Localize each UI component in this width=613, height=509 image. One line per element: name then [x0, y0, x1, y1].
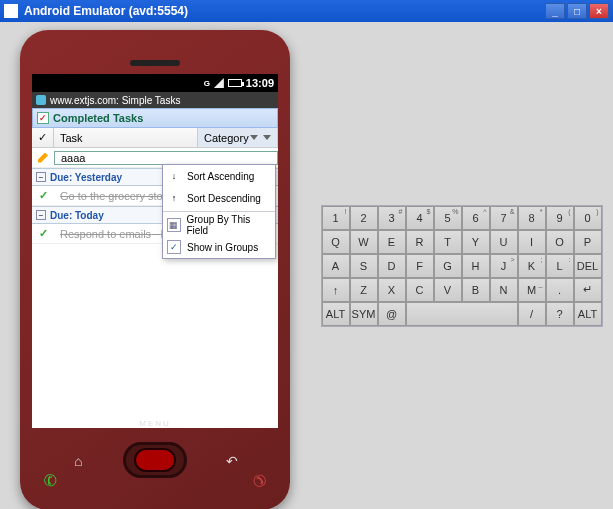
key-↑[interactable]: ↑ [322, 278, 350, 302]
key-.[interactable]: . [546, 278, 574, 302]
key-v[interactable]: V [434, 278, 462, 302]
key-2[interactable]: 2 [350, 206, 378, 230]
sort-ascending-icon [167, 169, 181, 183]
key-7[interactable]: 7& [490, 206, 518, 230]
key-at[interactable]: @ [378, 302, 406, 326]
key-↵[interactable]: ↵ [574, 278, 602, 302]
key-h[interactable]: H [462, 254, 490, 278]
col-header-check[interactable]: ✓ [32, 128, 54, 147]
phone-speaker [130, 60, 180, 66]
key-n[interactable]: N [490, 278, 518, 302]
check-icon: ✓ [39, 189, 48, 202]
key-j[interactable]: J> [490, 254, 518, 278]
favicon-icon [36, 95, 46, 105]
collapse-icon[interactable]: − [36, 210, 46, 220]
key-del[interactable]: DEL [574, 254, 602, 278]
key-i[interactable]: I [518, 230, 546, 254]
key-o[interactable]: O [546, 230, 574, 254]
task-checkbox[interactable]: ✓ [32, 227, 54, 240]
new-task-icon[interactable] [32, 153, 54, 163]
url-text: www.extjs.com: Simple Tasks [50, 95, 180, 106]
key-4[interactable]: 4$ [406, 206, 434, 230]
signal-icon [214, 78, 224, 88]
clock: 13:09 [246, 77, 274, 89]
key-3[interactable]: 3# [378, 206, 406, 230]
call-button[interactable]: ✆ [41, 469, 60, 491]
col-header-category[interactable]: Category [198, 128, 278, 147]
pencil-icon [38, 153, 48, 163]
collapse-icon[interactable]: − [36, 172, 46, 182]
panel-header[interactable]: ✓ Completed Tasks [32, 108, 278, 128]
gprs-icon: G [204, 79, 210, 88]
minimize-button[interactable]: _ [545, 3, 565, 19]
menu-show-groups[interactable]: Show in Groups [163, 236, 275, 258]
chevron-down-icon [250, 135, 258, 140]
menu-key-label: MENU [139, 419, 171, 428]
task-checkbox[interactable]: ✓ [32, 189, 54, 202]
key-f[interactable]: F [406, 254, 434, 278]
close-button[interactable]: × [589, 3, 609, 19]
key-q[interactable]: ? [546, 302, 574, 326]
key-9[interactable]: 9( [546, 206, 574, 230]
menu-label: Sort Ascending [187, 171, 254, 182]
key-6[interactable]: 6^ [462, 206, 490, 230]
menu-label: Show in Groups [187, 242, 258, 253]
key-w[interactable]: W [350, 230, 378, 254]
browser-addressbar[interactable]: www.extjs.com: Simple Tasks [32, 92, 278, 108]
hardware-keyboard: 1!23#4$5%6^7&8*9(0)QWERTYUIOPASDFGHJ>K;L… [321, 205, 603, 327]
key-t[interactable]: T [434, 230, 462, 254]
app-icon [4, 4, 18, 18]
key-d[interactable]: D [378, 254, 406, 278]
end-call-button[interactable]: ✆ [248, 470, 271, 491]
new-task-input[interactable]: aaaa [54, 151, 278, 165]
key-0[interactable]: 0) [574, 206, 602, 230]
key-p[interactable]: P [574, 230, 602, 254]
key-1[interactable]: 1! [322, 206, 350, 230]
key-b[interactable]: B [462, 278, 490, 302]
key-g[interactable]: G [434, 254, 462, 278]
menu-label: Sort Descending [187, 193, 261, 204]
group-icon [167, 218, 181, 232]
key-z[interactable]: Z [350, 278, 378, 302]
checkbox-icon: ✓ [37, 112, 49, 124]
col-header-task[interactable]: Task [54, 128, 198, 147]
key-u[interactable]: U [490, 230, 518, 254]
back-button[interactable]: ↶ [220, 452, 244, 470]
phone-screen: ✓ Completed Tasks ✓ Task Category aaaa [32, 108, 278, 428]
window-titlebar: Android Emulator (avd:5554) _ □ × [0, 0, 613, 22]
android-statusbar: G 13:09 [32, 74, 278, 92]
menu-group-by[interactable]: Group By This Field [163, 214, 275, 236]
maximize-button[interactable]: □ [567, 3, 587, 19]
home-button[interactable]: ⌂ [66, 452, 90, 470]
col-header-category-label: Category [204, 132, 249, 144]
key-x[interactable]: X [378, 278, 406, 302]
key-m[interactable]: M_ [518, 278, 546, 302]
key-e[interactable]: E [378, 230, 406, 254]
key-r[interactable]: R [406, 230, 434, 254]
key-a[interactable]: A [322, 254, 350, 278]
key-l[interactable]: L: [546, 254, 574, 278]
dropdown-trigger-icon[interactable] [263, 135, 271, 140]
key-sym[interactable]: SYM [350, 302, 378, 326]
key-alt2[interactable]: ALT [574, 302, 602, 326]
key-c[interactable]: C [406, 278, 434, 302]
key-space[interactable] [406, 302, 518, 326]
dpad-center-button[interactable] [134, 448, 176, 472]
key-5[interactable]: 5% [434, 206, 462, 230]
group-label: Due: Today [50, 210, 104, 221]
key-k[interactable]: K; [518, 254, 546, 278]
column-context-menu: Sort Ascending Sort Descending Group By … [162, 164, 276, 259]
group-label: Due: Yesterday [50, 172, 122, 183]
menu-separator [163, 211, 275, 212]
key-s[interactable]: S [350, 254, 378, 278]
key-q[interactable]: Q [322, 230, 350, 254]
sort-descending-icon [167, 191, 181, 205]
key-slash[interactable]: / [518, 302, 546, 326]
key-8[interactable]: 8* [518, 206, 546, 230]
menu-sort-descending[interactable]: Sort Descending [163, 187, 275, 209]
checked-icon [167, 240, 181, 254]
menu-sort-ascending[interactable]: Sort Ascending [163, 165, 275, 187]
key-y[interactable]: Y [462, 230, 490, 254]
column-headers: ✓ Task Category [32, 128, 278, 148]
key-alt[interactable]: ALT [322, 302, 350, 326]
